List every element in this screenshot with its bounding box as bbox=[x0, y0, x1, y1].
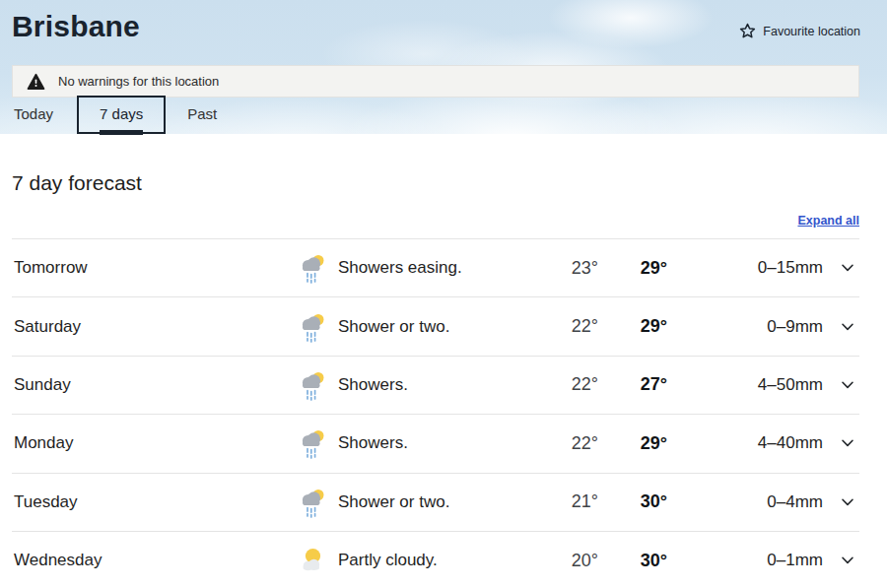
shower-sun-icon bbox=[289, 311, 334, 343]
forecast-row-wednesday[interactable]: Wednesday Partly cloudy. 20° 30° 0–1mm bbox=[12, 532, 859, 588]
rain-range: 0–9mm bbox=[667, 317, 823, 337]
min-temp: 22° bbox=[541, 316, 598, 337]
min-temp: 23° bbox=[541, 258, 598, 279]
expand-chevron-down-icon[interactable] bbox=[838, 433, 857, 453]
partly-cloudy-icon bbox=[289, 545, 334, 576]
forecast-row-tuesday[interactable]: Tuesday Shower or two. 21° 30° 0–4mm bbox=[12, 474, 859, 532]
rain-range: 0–15mm bbox=[667, 258, 823, 278]
summary-text: Showers easing. bbox=[334, 258, 541, 278]
summary-text: Shower or two. bbox=[334, 317, 541, 337]
page-title: Brisbane bbox=[12, 10, 140, 43]
shower-sun-icon bbox=[289, 252, 334, 284]
day-label: Saturday bbox=[12, 317, 289, 337]
day-label: Wednesday bbox=[12, 551, 289, 570]
tab-7-days[interactable]: 7 days bbox=[77, 96, 166, 134]
summary-text: Showers. bbox=[334, 375, 541, 395]
warning-banner[interactable]: No warnings for this location bbox=[12, 65, 859, 98]
summary-text: Partly cloudy. bbox=[334, 551, 541, 570]
tab-bar: Today 7 days Past bbox=[14, 96, 240, 134]
day-label: Tuesday bbox=[12, 492, 289, 512]
day-label: Tomorrow bbox=[12, 258, 289, 278]
max-temp: 27° bbox=[598, 374, 667, 395]
expand-chevron-down-icon[interactable] bbox=[838, 317, 857, 337]
max-temp: 29° bbox=[598, 316, 667, 337]
expand-chevron-down-icon[interactable] bbox=[838, 375, 857, 395]
tab-past[interactable]: Past bbox=[187, 97, 217, 134]
warning-triangle-icon bbox=[27, 73, 45, 91]
min-temp: 21° bbox=[541, 491, 598, 512]
min-temp: 22° bbox=[541, 433, 598, 454]
favourite-location-button[interactable]: Favourite location bbox=[739, 23, 860, 39]
shower-sun-icon bbox=[289, 369, 334, 401]
forecast-row-monday[interactable]: Monday Showers. 22° 29° 4–40mm bbox=[12, 415, 859, 473]
section-heading: 7 day forecast bbox=[12, 171, 859, 195]
max-temp: 29° bbox=[598, 433, 667, 454]
expand-chevron-down-icon[interactable] bbox=[838, 492, 857, 512]
min-temp: 20° bbox=[541, 551, 598, 571]
summary-text: Shower or two. bbox=[334, 492, 541, 512]
forecast-row-tomorrow[interactable]: Tomorrow Showers easing. 23° 29° 0–15mm bbox=[12, 239, 859, 297]
rain-range: 0–4mm bbox=[667, 492, 823, 512]
warning-text: No warnings for this location bbox=[58, 74, 219, 89]
rain-range: 4–40mm bbox=[667, 433, 823, 453]
expand-all-link[interactable]: Expand all bbox=[797, 214, 859, 228]
max-temp: 29° bbox=[598, 258, 667, 279]
shower-sun-icon bbox=[289, 487, 334, 518]
forecast-table: Tomorrow Showers easing. 23° 29° 0–15mm … bbox=[12, 238, 859, 588]
max-temp: 30° bbox=[598, 551, 667, 571]
expand-chevron-down-icon[interactable] bbox=[838, 258, 857, 278]
rain-range: 0–1mm bbox=[667, 551, 823, 570]
hero-header: Brisbane Favourite location No warnings … bbox=[0, 0, 887, 134]
day-label: Monday bbox=[12, 433, 289, 453]
summary-text: Showers. bbox=[334, 433, 541, 453]
forecast-row-sunday[interactable]: Sunday Showers. 22° 27° 4–50mm bbox=[12, 357, 859, 415]
tab-today[interactable]: Today bbox=[14, 97, 53, 134]
favourite-location-label: Favourite location bbox=[763, 25, 860, 38]
weather-page: Brisbane Favourite location No warnings … bbox=[0, 0, 887, 588]
min-temp: 22° bbox=[541, 374, 598, 395]
max-temp: 30° bbox=[598, 491, 667, 512]
expand-all-row: Expand all bbox=[12, 211, 859, 238]
star-icon bbox=[739, 23, 756, 39]
shower-sun-icon bbox=[289, 427, 334, 459]
forecast-row-saturday[interactable]: Saturday Shower or two. 22° 29° 0–9mm bbox=[12, 297, 859, 356]
main-content: 7 day forecast Expand all Tomorrow Showe… bbox=[0, 171, 887, 588]
day-label: Sunday bbox=[12, 375, 289, 395]
expand-chevron-down-icon[interactable] bbox=[838, 551, 857, 570]
rain-range: 4–50mm bbox=[667, 375, 823, 395]
